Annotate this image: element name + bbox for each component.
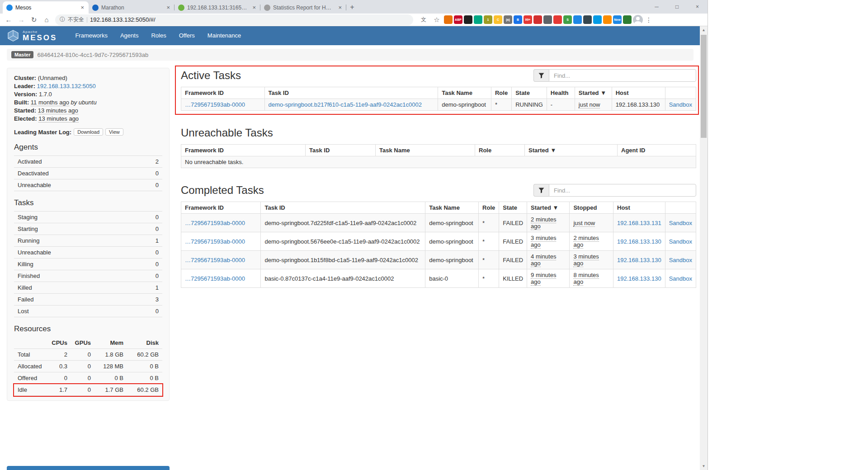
- extension-icon[interactable]: New: [613, 15, 622, 24]
- extension-icon[interactable]: [533, 15, 542, 24]
- extension-icon[interactable]: [553, 15, 562, 24]
- col-host[interactable]: Host: [613, 202, 665, 214]
- extension-icon[interactable]: [583, 15, 592, 24]
- sidebar-bottom-bar: [7, 466, 170, 470]
- framework-id-link[interactable]: …7295671593ab-0000: [185, 275, 245, 282]
- col-health[interactable]: Health: [547, 87, 575, 99]
- nav-item-frameworks[interactable]: Frameworks: [69, 26, 114, 45]
- col-role[interactable]: Role: [475, 145, 525, 156]
- col-framework-id[interactable]: Framework ID: [181, 145, 306, 156]
- extension-icon[interactable]: [603, 15, 612, 24]
- sandbox-link[interactable]: Sandbox: [669, 220, 692, 226]
- col-role[interactable]: Role: [491, 87, 511, 99]
- extension-icon[interactable]: [444, 15, 453, 24]
- leader-link[interactable]: 192.168.133.132:5050: [37, 83, 96, 89]
- view-log-button[interactable]: View: [105, 128, 123, 136]
- url-text[interactable]: 192.168.133.132:5050/#/: [90, 16, 156, 23]
- nav-item-offers[interactable]: Offers: [173, 26, 201, 45]
- browser-menu-icon[interactable]: ⋮: [644, 16, 653, 24]
- tab-close-icon[interactable]: ×: [165, 4, 171, 11]
- col-started-sorted[interactable]: Started ▼: [575, 87, 612, 99]
- page-scrollbar[interactable]: ▲ ▼: [700, 26, 708, 470]
- resource-gpus: 0: [71, 372, 94, 384]
- new-tab-button[interactable]: +: [346, 1, 358, 13]
- sandbox-link[interactable]: Sandbox: [669, 275, 692, 282]
- framework-id-link[interactable]: …7295671593ab-0000: [185, 257, 245, 263]
- nav-item-agents[interactable]: Agents: [114, 26, 145, 45]
- tab-close-icon[interactable]: ×: [80, 4, 85, 11]
- forward-icon[interactable]: →: [15, 14, 27, 26]
- col-task-name[interactable]: Task Name: [438, 87, 491, 99]
- refresh-icon[interactable]: ↻: [28, 14, 40, 26]
- maximize-button[interactable]: □: [667, 0, 687, 14]
- nav-item-maintenance[interactable]: Maintenance: [201, 26, 247, 45]
- extension-icon[interactable]: 99+: [524, 15, 532, 24]
- browser-tab-hello[interactable]: 192.168.133.131:31657/hello ×: [175, 1, 260, 14]
- host-link[interactable]: 192.168.133.130: [617, 275, 661, 282]
- download-log-button[interactable]: Download: [74, 128, 103, 136]
- col-framework-id[interactable]: Framework ID: [181, 202, 261, 214]
- host-link[interactable]: 192.168.133.130: [617, 238, 661, 245]
- col-task-id[interactable]: Task ID: [264, 87, 438, 99]
- extension-icon[interactable]: [543, 15, 552, 24]
- tab-close-icon[interactable]: ×: [337, 4, 343, 11]
- task-id-link[interactable]: demo-springboot.b217f610-c1a5-11e9-aaf9-…: [269, 101, 422, 108]
- extension-icon[interactable]: [573, 15, 582, 24]
- col-sandbox[interactable]: [665, 202, 696, 214]
- find-input[interactable]: [549, 184, 696, 197]
- host-link[interactable]: 192.168.133.131: [617, 220, 661, 226]
- close-button[interactable]: ×: [687, 0, 708, 14]
- extension-icon[interactable]: B: [514, 15, 522, 24]
- address-bar[interactable]: ⓘ 不安全 192.168.133.132:5050/#/: [55, 14, 413, 25]
- scroll-down-icon[interactable]: ▼: [700, 462, 708, 470]
- sandbox-link[interactable]: Sandbox: [669, 257, 692, 263]
- col-task-name[interactable]: Task Name: [376, 145, 475, 156]
- bookmark-star-icon[interactable]: ☆: [431, 14, 443, 26]
- nav-item-roles[interactable]: Roles: [145, 26, 172, 45]
- browser-tab-mesos[interactable]: Mesos ×: [3, 1, 89, 14]
- col-role[interactable]: Role: [479, 202, 499, 214]
- col-sandbox[interactable]: [665, 87, 696, 99]
- profile-avatar[interactable]: [633, 15, 643, 25]
- sandbox-link[interactable]: Sandbox: [669, 238, 692, 245]
- extension-icon[interactable]: [623, 15, 632, 24]
- framework-id-link[interactable]: …7295671593ab-0000: [185, 220, 245, 226]
- browser-tab-haproxy[interactable]: Statistics Report for HAProxy ×: [260, 1, 346, 14]
- tab-title: Mesos: [15, 5, 77, 11]
- col-task-name[interactable]: Task Name: [425, 202, 479, 214]
- col-started-sorted[interactable]: Started ▼: [525, 145, 618, 156]
- col-state[interactable]: State: [512, 87, 547, 99]
- scrollbar-thumb[interactable]: [701, 35, 707, 138]
- translate-icon[interactable]: 文: [418, 14, 429, 26]
- find-input[interactable]: [549, 69, 696, 82]
- col-host[interactable]: Host: [612, 87, 665, 99]
- framework-id-link[interactable]: …7295671593ab-0000: [185, 101, 245, 108]
- extension-icon[interactable]: 1: [484, 15, 492, 24]
- col-task-id[interactable]: Task ID: [261, 202, 425, 214]
- mesos-brand[interactable]: Apache MESOS: [7, 30, 57, 42]
- extension-icon[interactable]: S: [563, 15, 572, 24]
- minimize-button[interactable]: ─: [646, 0, 667, 14]
- col-state[interactable]: State: [499, 202, 527, 214]
- table-header-row: Framework ID Task ID Task Name Role Stat…: [181, 202, 696, 214]
- col-started-sorted[interactable]: Started ▼: [527, 202, 570, 214]
- extension-icon[interactable]: [464, 15, 472, 24]
- col-agent-id[interactable]: Agent ID: [618, 145, 696, 156]
- col-task-id[interactable]: Task ID: [306, 145, 376, 156]
- tab-close-icon[interactable]: ×: [251, 4, 257, 11]
- extension-icon[interactable]: C: [494, 15, 502, 24]
- back-icon[interactable]: ←: [3, 14, 14, 26]
- extension-icon[interactable]: [474, 15, 482, 24]
- browser-tab-marathon[interactable]: Marathon ×: [89, 1, 175, 14]
- host-link[interactable]: 192.168.133.130: [617, 257, 661, 263]
- extension-icon[interactable]: (a): [504, 15, 512, 24]
- extension-icon[interactable]: ABP: [454, 15, 462, 24]
- col-stopped[interactable]: Stopped: [570, 202, 613, 214]
- sandbox-link[interactable]: Sandbox: [669, 101, 692, 108]
- home-icon[interactable]: ⌂: [41, 14, 52, 26]
- framework-id-link[interactable]: …7295671593ab-0000: [185, 238, 245, 245]
- scroll-up-icon[interactable]: ▲: [700, 26, 708, 34]
- extension-icon[interactable]: [593, 15, 602, 24]
- col-framework-id[interactable]: Framework ID: [181, 87, 265, 99]
- info-icon[interactable]: ⓘ: [60, 16, 65, 24]
